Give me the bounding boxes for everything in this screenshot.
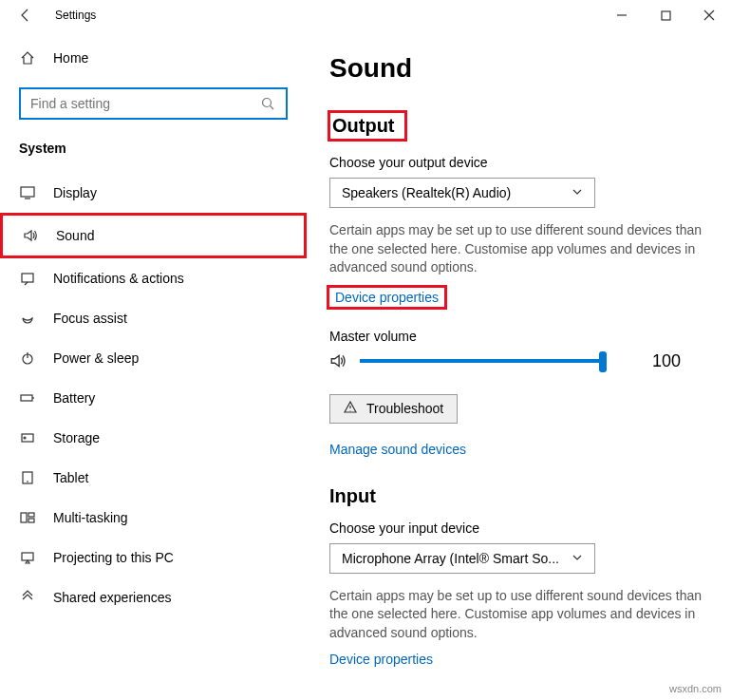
sidebar-item-shared-experiences[interactable]: Shared experiences xyxy=(0,577,307,617)
output-device-properties-link[interactable]: Device properties xyxy=(327,285,447,310)
sidebar-item-label: Tablet xyxy=(53,470,88,485)
master-volume-label: Master volume xyxy=(329,329,718,344)
search-input[interactable] xyxy=(30,96,259,111)
watermark: wsxdn.com xyxy=(669,683,722,694)
window-controls xyxy=(600,0,731,30)
sidebar-item-label: Storage xyxy=(53,430,100,445)
volume-slider[interactable] xyxy=(360,359,607,363)
titlebar: Settings xyxy=(0,0,731,30)
sidebar: Home System Display Sound Notifications … xyxy=(0,30,307,700)
svg-rect-2 xyxy=(21,187,34,197)
input-device-properties-link[interactable]: Device properties xyxy=(329,652,433,667)
sidebar-item-label: Notifications & actions xyxy=(53,271,184,286)
sound-icon xyxy=(22,227,39,244)
volume-value: 100 xyxy=(652,351,681,371)
sidebar-item-label: Sound xyxy=(56,228,94,243)
sidebar-item-storage[interactable]: Storage xyxy=(0,418,307,458)
display-icon xyxy=(19,184,36,201)
back-icon[interactable] xyxy=(17,7,34,24)
shared-icon xyxy=(19,589,36,606)
sidebar-item-battery[interactable]: Battery xyxy=(0,378,307,418)
sidebar-item-label: Shared experiences xyxy=(53,590,172,605)
svg-point-7 xyxy=(24,437,26,439)
svg-rect-5 xyxy=(21,395,32,401)
output-device-value: Speakers (Realtek(R) Audio) xyxy=(342,185,511,200)
volume-icon[interactable] xyxy=(329,352,347,369)
home-label: Home xyxy=(53,50,88,66)
sidebar-item-label: Display xyxy=(53,185,97,200)
search-icon xyxy=(259,95,276,112)
sidebar-item-notifications[interactable]: Notifications & actions xyxy=(0,258,307,298)
svg-rect-0 xyxy=(662,11,670,20)
svg-point-1 xyxy=(263,99,272,107)
page-title: Sound xyxy=(329,53,718,84)
notifications-icon xyxy=(19,270,36,287)
troubleshoot-label: Troubleshoot xyxy=(366,401,443,416)
svg-rect-12 xyxy=(22,553,33,560)
input-device-dropdown[interactable]: Microphone Array (Intel® Smart So... xyxy=(329,543,595,574)
input-helper-text: Certain apps may be set up to use differ… xyxy=(329,587,718,643)
search-box[interactable] xyxy=(19,87,288,120)
output-header: Output xyxy=(328,110,407,142)
maximize-button[interactable] xyxy=(644,0,687,30)
svg-rect-10 xyxy=(28,513,34,517)
svg-rect-9 xyxy=(21,513,27,522)
sidebar-item-label: Power & sleep xyxy=(53,350,139,366)
sidebar-item-tablet[interactable]: Tablet xyxy=(0,458,307,498)
content: Sound Output Choose your output device S… xyxy=(307,30,731,700)
volume-row: 100 xyxy=(329,351,718,371)
projecting-icon xyxy=(19,549,36,566)
minimize-button[interactable] xyxy=(600,0,644,30)
input-header: Input xyxy=(329,485,718,507)
sidebar-item-label: Battery xyxy=(53,390,95,406)
sidebar-item-power-sleep[interactable]: Power & sleep xyxy=(0,338,307,378)
input-device-label: Choose your input device xyxy=(329,520,718,536)
window-title: Settings xyxy=(55,9,96,22)
storage-icon xyxy=(19,429,36,446)
sidebar-item-label: Multi-tasking xyxy=(53,510,128,525)
warning-icon xyxy=(344,401,357,417)
multitasking-icon xyxy=(19,509,36,526)
power-icon xyxy=(19,350,36,367)
chevron-down-icon xyxy=(572,185,583,200)
sidebar-item-label: Projecting to this PC xyxy=(53,550,174,565)
output-device-dropdown[interactable]: Speakers (Realtek(R) Audio) xyxy=(329,178,595,208)
sidebar-item-label: Focus assist xyxy=(53,311,127,326)
svg-rect-11 xyxy=(28,519,34,522)
tablet-icon xyxy=(19,469,36,486)
sidebar-item-projecting[interactable]: Projecting to this PC xyxy=(0,538,307,577)
focus-assist-icon xyxy=(19,310,36,327)
troubleshoot-button[interactable]: Troubleshoot xyxy=(329,394,458,424)
home-icon xyxy=(19,49,36,66)
battery-icon xyxy=(19,389,36,407)
chevron-down-icon xyxy=(572,551,583,566)
volume-thumb[interactable] xyxy=(599,351,607,372)
sidebar-item-display[interactable]: Display xyxy=(0,173,307,213)
manage-sound-devices-link[interactable]: Manage sound devices xyxy=(329,442,466,457)
svg-rect-3 xyxy=(22,274,33,282)
input-device-value: Microphone Array (Intel® Smart So... xyxy=(342,551,559,566)
close-button[interactable] xyxy=(687,0,731,30)
category-header: System xyxy=(0,141,307,173)
sidebar-item-focus-assist[interactable]: Focus assist xyxy=(0,298,307,338)
sidebar-item-multitasking[interactable]: Multi-tasking xyxy=(0,498,307,538)
sidebar-item-sound[interactable]: Sound xyxy=(0,213,307,258)
output-device-label: Choose your output device xyxy=(329,155,718,170)
home-button[interactable]: Home xyxy=(0,42,307,74)
output-helper-text: Certain apps may be set up to use differ… xyxy=(329,221,718,277)
